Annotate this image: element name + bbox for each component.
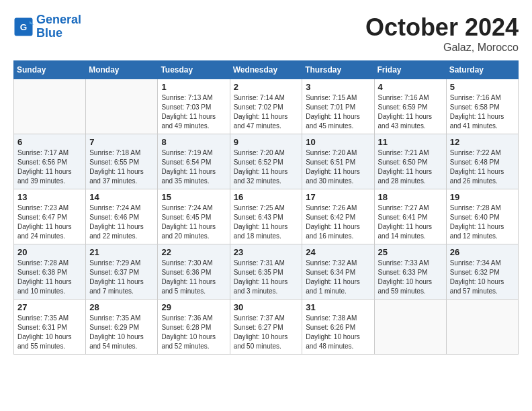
weekday-header-row: SundayMondayTuesdayWednesdayThursdayFrid… bbox=[14, 61, 519, 79]
calendar-cell: 4Sunrise: 7:16 AMSunset: 6:59 PMDaylight… bbox=[374, 79, 446, 134]
week-row-3: 13Sunrise: 7:23 AMSunset: 6:47 PMDayligh… bbox=[14, 189, 519, 244]
calendar-cell: 17Sunrise: 7:26 AMSunset: 6:42 PMDayligh… bbox=[302, 189, 374, 244]
location-heading: Galaz, Morocco bbox=[365, 42, 519, 54]
calendar-cell: 21Sunrise: 7:29 AMSunset: 6:37 PMDayligh… bbox=[86, 244, 158, 300]
day-info: Sunrise: 7:32 AMSunset: 6:34 PMDaylight:… bbox=[306, 259, 370, 296]
logo: G General Blue bbox=[13, 13, 81, 40]
day-info: Sunrise: 7:16 AMSunset: 6:59 PMDaylight:… bbox=[378, 93, 443, 131]
day-info: Sunrise: 7:36 AMSunset: 6:28 PMDaylight:… bbox=[161, 314, 226, 351]
day-number: 3 bbox=[306, 82, 370, 92]
day-number: 1 bbox=[161, 82, 226, 92]
day-info: Sunrise: 7:25 AMSunset: 6:43 PMDaylight:… bbox=[234, 203, 299, 241]
calendar-cell: 25Sunrise: 7:33 AMSunset: 6:33 PMDayligh… bbox=[374, 244, 446, 300]
day-number: 19 bbox=[450, 192, 515, 202]
week-row-5: 27Sunrise: 7:35 AMSunset: 6:31 PMDayligh… bbox=[14, 300, 519, 355]
day-info: Sunrise: 7:16 AMSunset: 6:58 PMDaylight:… bbox=[450, 93, 515, 131]
day-info: Sunrise: 7:20 AMSunset: 6:51 PMDaylight:… bbox=[306, 148, 370, 186]
weekday-header-saturday: Saturday bbox=[446, 61, 518, 79]
day-info: Sunrise: 7:20 AMSunset: 6:52 PMDaylight:… bbox=[234, 148, 299, 186]
day-info: Sunrise: 7:31 AMSunset: 6:35 PMDaylight:… bbox=[234, 259, 299, 296]
day-number: 11 bbox=[378, 137, 443, 147]
weekday-header-wednesday: Wednesday bbox=[230, 61, 302, 79]
calendar-cell: 15Sunrise: 7:24 AMSunset: 6:45 PMDayligh… bbox=[158, 189, 230, 244]
day-info: Sunrise: 7:28 AMSunset: 6:40 PMDaylight:… bbox=[450, 203, 515, 241]
calendar-cell: 16Sunrise: 7:25 AMSunset: 6:43 PMDayligh… bbox=[230, 189, 302, 244]
day-number: 26 bbox=[450, 247, 515, 257]
day-number: 8 bbox=[161, 137, 226, 147]
calendar-cell: 12Sunrise: 7:22 AMSunset: 6:48 PMDayligh… bbox=[446, 134, 518, 189]
day-number: 5 bbox=[450, 82, 515, 92]
week-row-4: 20Sunrise: 7:28 AMSunset: 6:38 PMDayligh… bbox=[14, 244, 519, 300]
logo-line1: General bbox=[36, 13, 81, 26]
day-number: 31 bbox=[306, 302, 370, 312]
calendar-cell: 2Sunrise: 7:14 AMSunset: 7:02 PMDaylight… bbox=[230, 79, 302, 134]
day-number: 30 bbox=[234, 302, 299, 312]
day-info: Sunrise: 7:24 AMSunset: 6:45 PMDaylight:… bbox=[161, 203, 226, 241]
calendar-cell: 20Sunrise: 7:28 AMSunset: 6:38 PMDayligh… bbox=[14, 244, 86, 300]
day-number: 24 bbox=[306, 247, 370, 257]
calendar-cell bbox=[446, 300, 518, 355]
weekday-header-monday: Monday bbox=[86, 61, 158, 79]
month-heading: October 2024 bbox=[365, 13, 519, 42]
logo-text: General Blue bbox=[36, 13, 81, 40]
week-row-1: 1Sunrise: 7:13 AMSunset: 7:03 PMDaylight… bbox=[14, 79, 519, 134]
day-number: 27 bbox=[17, 302, 82, 312]
calendar-cell: 23Sunrise: 7:31 AMSunset: 6:35 PMDayligh… bbox=[230, 244, 302, 300]
weekday-header-tuesday: Tuesday bbox=[158, 61, 230, 79]
day-number: 17 bbox=[306, 192, 370, 202]
day-info: Sunrise: 7:28 AMSunset: 6:38 PMDaylight:… bbox=[17, 259, 82, 296]
calendar-cell bbox=[86, 79, 158, 134]
calendar-cell: 10Sunrise: 7:20 AMSunset: 6:51 PMDayligh… bbox=[302, 134, 374, 189]
calendar-cell: 3Sunrise: 7:15 AMSunset: 7:01 PMDaylight… bbox=[302, 79, 374, 134]
day-info: Sunrise: 7:37 AMSunset: 6:27 PMDaylight:… bbox=[234, 314, 299, 351]
day-number: 16 bbox=[234, 192, 299, 202]
day-info: Sunrise: 7:34 AMSunset: 6:32 PMDaylight:… bbox=[450, 259, 515, 296]
calendar-cell: 28Sunrise: 7:35 AMSunset: 6:29 PMDayligh… bbox=[86, 300, 158, 355]
day-info: Sunrise: 7:21 AMSunset: 6:50 PMDaylight:… bbox=[378, 148, 443, 186]
day-number: 22 bbox=[161, 247, 226, 257]
logo-line2: Blue bbox=[36, 26, 62, 40]
day-info: Sunrise: 7:33 AMSunset: 6:33 PMDaylight:… bbox=[378, 259, 443, 296]
calendar-cell: 9Sunrise: 7:20 AMSunset: 6:52 PMDaylight… bbox=[230, 134, 302, 189]
calendar-cell: 31Sunrise: 7:38 AMSunset: 6:26 PMDayligh… bbox=[302, 300, 374, 355]
day-number: 13 bbox=[17, 192, 82, 202]
day-info: Sunrise: 7:27 AMSunset: 6:41 PMDaylight:… bbox=[378, 203, 443, 241]
day-number: 4 bbox=[378, 82, 443, 92]
day-info: Sunrise: 7:14 AMSunset: 7:02 PMDaylight:… bbox=[234, 93, 299, 131]
day-number: 23 bbox=[234, 247, 299, 257]
calendar-cell: 6Sunrise: 7:17 AMSunset: 6:56 PMDaylight… bbox=[14, 134, 86, 189]
day-number: 25 bbox=[378, 247, 443, 257]
day-info: Sunrise: 7:23 AMSunset: 6:47 PMDaylight:… bbox=[17, 203, 82, 241]
weekday-header-friday: Friday bbox=[374, 61, 446, 79]
calendar-cell: 8Sunrise: 7:19 AMSunset: 6:54 PMDaylight… bbox=[158, 134, 230, 189]
week-row-2: 6Sunrise: 7:17 AMSunset: 6:56 PMDaylight… bbox=[14, 134, 519, 189]
weekday-header-thursday: Thursday bbox=[302, 61, 374, 79]
calendar-table: SundayMondayTuesdayWednesdayThursdayFrid… bbox=[13, 60, 519, 355]
calendar-cell: 22Sunrise: 7:30 AMSunset: 6:36 PMDayligh… bbox=[158, 244, 230, 300]
calendar-cell: 26Sunrise: 7:34 AMSunset: 6:32 PMDayligh… bbox=[446, 244, 518, 300]
calendar-cell: 30Sunrise: 7:37 AMSunset: 6:27 PMDayligh… bbox=[230, 300, 302, 355]
day-info: Sunrise: 7:18 AMSunset: 6:55 PMDaylight:… bbox=[89, 148, 154, 186]
day-info: Sunrise: 7:35 AMSunset: 6:31 PMDaylight:… bbox=[17, 314, 82, 351]
calendar-cell: 19Sunrise: 7:28 AMSunset: 6:40 PMDayligh… bbox=[446, 189, 518, 244]
day-number: 20 bbox=[17, 247, 82, 257]
day-info: Sunrise: 7:35 AMSunset: 6:29 PMDaylight:… bbox=[89, 314, 154, 351]
day-info: Sunrise: 7:38 AMSunset: 6:26 PMDaylight:… bbox=[306, 314, 370, 351]
calendar-cell bbox=[14, 79, 86, 134]
day-number: 12 bbox=[450, 137, 515, 147]
calendar-cell: 7Sunrise: 7:18 AMSunset: 6:55 PMDaylight… bbox=[86, 134, 158, 189]
day-info: Sunrise: 7:29 AMSunset: 6:37 PMDaylight:… bbox=[89, 259, 154, 296]
logo-icon: G bbox=[13, 17, 34, 37]
day-number: 18 bbox=[378, 192, 443, 202]
day-number: 29 bbox=[161, 302, 226, 312]
day-number: 7 bbox=[89, 137, 154, 147]
day-info: Sunrise: 7:22 AMSunset: 6:48 PMDaylight:… bbox=[450, 148, 515, 186]
month-title: October 2024 Galaz, Morocco bbox=[365, 13, 519, 54]
day-info: Sunrise: 7:30 AMSunset: 6:36 PMDaylight:… bbox=[161, 259, 226, 296]
calendar-cell bbox=[374, 300, 446, 355]
calendar-cell: 11Sunrise: 7:21 AMSunset: 6:50 PMDayligh… bbox=[374, 134, 446, 189]
calendar-cell: 5Sunrise: 7:16 AMSunset: 6:58 PMDaylight… bbox=[446, 79, 518, 134]
day-info: Sunrise: 7:15 AMSunset: 7:01 PMDaylight:… bbox=[306, 93, 370, 131]
calendar-cell: 29Sunrise: 7:36 AMSunset: 6:28 PMDayligh… bbox=[158, 300, 230, 355]
day-number: 21 bbox=[89, 247, 154, 257]
